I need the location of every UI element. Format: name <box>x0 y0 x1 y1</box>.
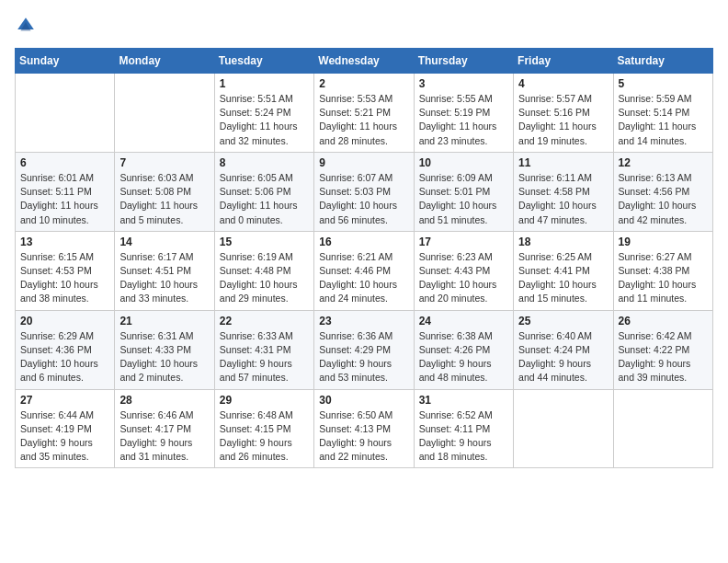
calendar-cell: 23Sunrise: 6:36 AM Sunset: 4:29 PM Dayli… <box>314 310 414 389</box>
logo-icon <box>15 15 37 37</box>
day-header-friday: Friday <box>514 49 613 74</box>
calendar-cell: 25Sunrise: 6:40 AM Sunset: 4:24 PM Dayli… <box>514 310 613 389</box>
calendar-cell: 20Sunrise: 6:29 AM Sunset: 4:36 PM Dayli… <box>16 310 115 389</box>
day-info: Sunrise: 6:52 AM Sunset: 4:11 PM Dayligh… <box>419 408 508 465</box>
day-number: 23 <box>319 315 408 327</box>
day-number: 26 <box>619 315 708 327</box>
day-number: 3 <box>419 77 508 90</box>
day-number: 2 <box>319 77 408 90</box>
calendar-cell: 21Sunrise: 6:31 AM Sunset: 4:33 PM Dayli… <box>115 310 214 389</box>
day-info: Sunrise: 6:17 AM Sunset: 4:51 PM Dayligh… <box>119 250 209 306</box>
calendar-cell: 3Sunrise: 5:55 AM Sunset: 5:19 PM Daylig… <box>414 74 513 153</box>
day-number: 27 <box>20 394 109 407</box>
day-number: 12 <box>619 156 708 169</box>
calendar-header-row: SundayMondayTuesdayWednesdayThursdayFrid… <box>16 49 713 74</box>
day-info: Sunrise: 6:48 AM Sunset: 4:15 PM Dayligh… <box>220 408 309 465</box>
day-number: 25 <box>518 315 608 327</box>
day-info: Sunrise: 6:09 AM Sunset: 5:01 PM Dayligh… <box>419 171 508 227</box>
day-number: 28 <box>119 394 209 407</box>
day-info: Sunrise: 6:46 AM Sunset: 4:17 PM Dayligh… <box>119 408 209 465</box>
day-number: 7 <box>119 156 209 169</box>
day-number: 1 <box>220 77 309 90</box>
day-info: Sunrise: 6:13 AM Sunset: 4:56 PM Dayligh… <box>619 171 708 227</box>
calendar-cell: 6Sunrise: 6:01 AM Sunset: 5:11 PM Daylig… <box>16 152 115 231</box>
calendar-cell: 12Sunrise: 6:13 AM Sunset: 4:56 PM Dayli… <box>613 152 712 231</box>
day-info: Sunrise: 6:15 AM Sunset: 4:53 PM Dayligh… <box>20 250 109 306</box>
day-info: Sunrise: 6:23 AM Sunset: 4:43 PM Dayligh… <box>419 250 508 306</box>
calendar-cell <box>613 389 712 468</box>
calendar-week-row: 6Sunrise: 6:01 AM Sunset: 5:11 PM Daylig… <box>16 152 713 231</box>
calendar-cell: 10Sunrise: 6:09 AM Sunset: 5:01 PM Dayli… <box>414 152 513 231</box>
day-info: Sunrise: 6:33 AM Sunset: 4:31 PM Dayligh… <box>220 329 309 385</box>
day-info: Sunrise: 6:50 AM Sunset: 4:13 PM Dayligh… <box>319 408 408 465</box>
day-info: Sunrise: 6:05 AM Sunset: 5:06 PM Dayligh… <box>220 171 309 227</box>
day-header-sunday: Sunday <box>16 49 115 74</box>
day-info: Sunrise: 6:21 AM Sunset: 4:46 PM Dayligh… <box>319 250 408 306</box>
calendar-cell: 15Sunrise: 6:19 AM Sunset: 4:48 PM Dayli… <box>214 231 313 310</box>
day-number: 30 <box>319 394 408 407</box>
day-number: 21 <box>119 315 209 327</box>
day-number: 31 <box>419 394 508 407</box>
calendar-cell <box>115 74 214 153</box>
calendar-cell: 4Sunrise: 5:57 AM Sunset: 5:16 PM Daylig… <box>514 74 613 153</box>
day-header-wednesday: Wednesday <box>314 49 414 74</box>
day-info: Sunrise: 6:19 AM Sunset: 4:48 PM Dayligh… <box>220 250 309 306</box>
day-number: 16 <box>319 236 408 248</box>
calendar-cell: 31Sunrise: 6:52 AM Sunset: 4:11 PM Dayli… <box>414 389 513 468</box>
calendar-table: SundayMondayTuesdayWednesdayThursdayFrid… <box>15 48 713 468</box>
day-number: 14 <box>119 236 209 248</box>
day-number: 6 <box>20 156 109 169</box>
calendar-cell: 8Sunrise: 6:05 AM Sunset: 5:06 PM Daylig… <box>214 152 313 231</box>
calendar-cell: 26Sunrise: 6:42 AM Sunset: 4:22 PM Dayli… <box>613 310 712 389</box>
day-number: 9 <box>319 156 408 169</box>
day-info: Sunrise: 6:42 AM Sunset: 4:22 PM Dayligh… <box>619 329 708 385</box>
day-info: Sunrise: 6:27 AM Sunset: 4:38 PM Dayligh… <box>619 250 708 306</box>
day-header-thursday: Thursday <box>414 49 513 74</box>
calendar-cell: 13Sunrise: 6:15 AM Sunset: 4:53 PM Dayli… <box>16 231 115 310</box>
day-info: Sunrise: 6:40 AM Sunset: 4:24 PM Dayligh… <box>518 329 608 385</box>
day-info: Sunrise: 6:07 AM Sunset: 5:03 PM Dayligh… <box>319 171 408 227</box>
day-info: Sunrise: 5:57 AM Sunset: 5:16 PM Dayligh… <box>518 92 608 148</box>
calendar-week-row: 1Sunrise: 5:51 AM Sunset: 5:24 PM Daylig… <box>16 74 713 153</box>
calendar-cell <box>16 74 115 153</box>
day-info: Sunrise: 6:25 AM Sunset: 4:41 PM Dayligh… <box>518 250 608 306</box>
day-number: 29 <box>220 394 309 407</box>
day-header-monday: Monday <box>115 49 214 74</box>
day-number: 11 <box>518 156 608 169</box>
calendar-cell: 18Sunrise: 6:25 AM Sunset: 4:41 PM Dayli… <box>514 231 613 310</box>
calendar-cell: 16Sunrise: 6:21 AM Sunset: 4:46 PM Dayli… <box>314 231 414 310</box>
calendar-cell: 29Sunrise: 6:48 AM Sunset: 4:15 PM Dayli… <box>214 389 313 468</box>
day-info: Sunrise: 5:53 AM Sunset: 5:21 PM Dayligh… <box>319 92 408 148</box>
day-number: 5 <box>619 77 708 90</box>
calendar-cell: 30Sunrise: 6:50 AM Sunset: 4:13 PM Dayli… <box>314 389 414 468</box>
day-number: 22 <box>220 315 309 327</box>
page-header <box>15 15 713 37</box>
day-info: Sunrise: 6:29 AM Sunset: 4:36 PM Dayligh… <box>20 329 109 385</box>
day-number: 10 <box>419 156 508 169</box>
day-header-tuesday: Tuesday <box>214 49 313 74</box>
day-number: 13 <box>20 236 109 248</box>
calendar-cell: 9Sunrise: 6:07 AM Sunset: 5:03 PM Daylig… <box>314 152 414 231</box>
calendar-week-row: 13Sunrise: 6:15 AM Sunset: 4:53 PM Dayli… <box>16 231 713 310</box>
day-header-saturday: Saturday <box>613 49 712 74</box>
day-info: Sunrise: 5:51 AM Sunset: 5:24 PM Dayligh… <box>220 92 309 148</box>
calendar-cell: 19Sunrise: 6:27 AM Sunset: 4:38 PM Dayli… <box>613 231 712 310</box>
day-info: Sunrise: 5:55 AM Sunset: 5:19 PM Dayligh… <box>419 92 508 148</box>
day-info: Sunrise: 6:03 AM Sunset: 5:08 PM Dayligh… <box>119 171 209 227</box>
day-info: Sunrise: 6:01 AM Sunset: 5:11 PM Dayligh… <box>20 171 109 227</box>
calendar-cell: 28Sunrise: 6:46 AM Sunset: 4:17 PM Dayli… <box>115 389 214 468</box>
calendar-cell: 5Sunrise: 5:59 AM Sunset: 5:14 PM Daylig… <box>613 74 712 153</box>
day-number: 15 <box>220 236 309 248</box>
logo <box>15 15 40 37</box>
calendar-cell: 24Sunrise: 6:38 AM Sunset: 4:26 PM Dayli… <box>414 310 513 389</box>
calendar-cell: 27Sunrise: 6:44 AM Sunset: 4:19 PM Dayli… <box>16 389 115 468</box>
day-info: Sunrise: 5:59 AM Sunset: 5:14 PM Dayligh… <box>619 92 708 148</box>
day-number: 18 <box>518 236 608 248</box>
day-number: 24 <box>419 315 508 327</box>
day-info: Sunrise: 6:31 AM Sunset: 4:33 PM Dayligh… <box>119 329 209 385</box>
day-number: 19 <box>619 236 708 248</box>
day-info: Sunrise: 6:11 AM Sunset: 4:58 PM Dayligh… <box>518 171 608 227</box>
calendar-week-row: 27Sunrise: 6:44 AM Sunset: 4:19 PM Dayli… <box>16 389 713 468</box>
calendar-cell: 2Sunrise: 5:53 AM Sunset: 5:21 PM Daylig… <box>314 74 414 153</box>
calendar-cell: 17Sunrise: 6:23 AM Sunset: 4:43 PM Dayli… <box>414 231 513 310</box>
